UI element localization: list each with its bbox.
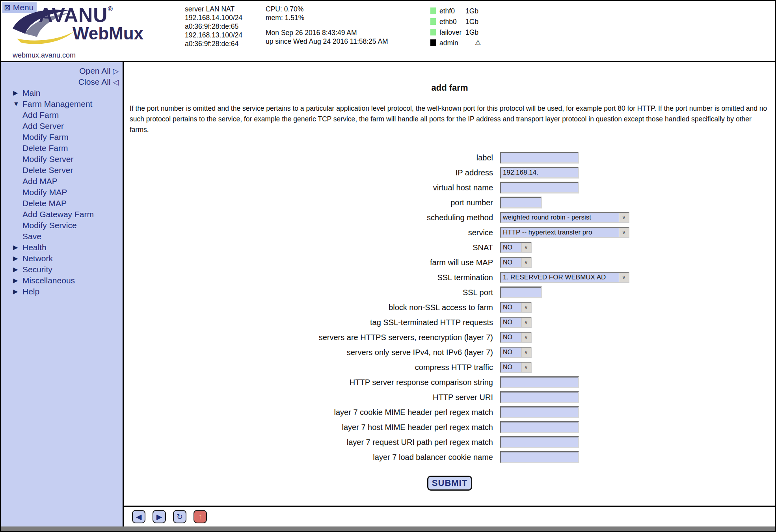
bottom-nav-strip: ◀▶↻↑ — [124, 507, 775, 526]
sidebar-item-delete-farm[interactable]: Delete Farm — [1, 143, 123, 154]
sidebar-item-network[interactable]: ▶Network — [1, 253, 123, 264]
field-label: SNAT — [124, 243, 500, 252]
field-label: servers only serve IPv4, not IPv6 (layer… — [124, 348, 500, 357]
registered-mark: ® — [108, 5, 113, 13]
layer-7-host-mime-header-perl-regex-match-input[interactable] — [500, 421, 579, 433]
main-panel: add farm If the port number is omitted a… — [124, 62, 775, 506]
select-value: NO — [501, 364, 521, 371]
sidebar-item-label: Modify Service — [22, 220, 77, 231]
service-select[interactable]: HTTP -- hypertext transfer pro∨ — [500, 227, 629, 238]
compress-http-traffic-select[interactable]: NO∨ — [500, 362, 532, 373]
chevron-down-icon: ∨ — [521, 333, 531, 342]
select-value: NO — [501, 244, 521, 251]
server-info-line: 192.168.14.100/24 — [185, 13, 242, 22]
cpu-usage: CPU: 0.70% — [266, 5, 388, 13]
submit-button[interactable]: SUBMIT — [427, 476, 472, 491]
collapsed-triangle-icon: ▶ — [13, 275, 22, 286]
block-non-ssl-access-to-farm-select[interactable]: NO∨ — [500, 302, 532, 313]
interface-status-swatch — [430, 7, 436, 14]
port-number-input[interactable] — [500, 197, 542, 208]
form-row-servers-are-https-servers-reencryption-layer-7: servers are HTTPS servers, reencryption … — [124, 330, 775, 345]
sidebar-item-label: Add Gateway Farm — [22, 209, 94, 220]
servers-are-https-servers-reencryption-layer-7-select[interactable]: NO∨ — [500, 332, 532, 343]
field-label: layer 7 cookie MIME header perl regex ma… — [124, 408, 500, 417]
layer-7-request-uri-path-perl-regex-match-input[interactable] — [500, 436, 579, 448]
chevron-down-icon: ∨ — [619, 213, 629, 222]
sidebar-item-add-farm[interactable]: Add Farm — [1, 110, 123, 121]
back-button[interactable]: ◀ — [132, 510, 145, 523]
field-label: layer 7 request URI path perl regex matc… — [124, 438, 500, 447]
http-server-uri-input[interactable] — [500, 391, 579, 403]
sidebar-item-farm-management[interactable]: ▼Farm Management — [1, 99, 123, 110]
open-all-button[interactable]: Open All ▷ — [1, 65, 123, 76]
sidebar-item-help[interactable]: ▶Help — [1, 286, 123, 297]
field-label: tag SSL-terminated HTTP requests — [124, 318, 500, 327]
server-info-line: 192.168.13.100/24 — [185, 31, 242, 39]
chevron-down-icon: ∨ — [619, 273, 629, 282]
sidebar-item-add-server[interactable]: Add Server — [1, 121, 123, 132]
up-button[interactable]: ↑ — [194, 510, 207, 523]
sidebar-menu: Open All ▷ Close All ◁ ▶Main▼Farm Manage… — [1, 62, 124, 526]
footer-strip — [1, 526, 775, 531]
collapsed-triangle-icon: ▶ — [13, 264, 22, 275]
sidebar-item-modify-server[interactable]: Modify Server — [1, 154, 123, 165]
page-title: add farm — [124, 83, 775, 93]
sidebar-item-health[interactable]: ▶Health — [1, 242, 123, 253]
collapsed-triangle-icon: ▶ — [13, 253, 22, 264]
sidebar-item-modify-map[interactable]: Modify MAP — [1, 187, 123, 198]
farm-will-use-map-select[interactable]: NO∨ — [500, 257, 532, 268]
close-all-button[interactable]: Close All ◁ — [1, 76, 123, 87]
sidebar-item-delete-server[interactable]: Delete Server — [1, 165, 123, 176]
sidebar-item-modify-farm[interactable]: Modify Farm — [1, 132, 123, 143]
interface-status-swatch — [430, 18, 436, 25]
sidebar-item-add-map[interactable]: Add MAP — [1, 176, 123, 187]
field-label: service — [124, 228, 500, 237]
layer-7-cookie-mime-header-perl-regex-match-input[interactable] — [500, 406, 579, 418]
mem-usage: mem: 1.51% — [266, 13, 388, 22]
form-row-tag-ssl-terminated-http-requests: tag SSL-terminated HTTP requestsNO∨ — [124, 315, 775, 330]
servers-only-serve-ipv4-not-ipv6-layer-7-select[interactable]: NO∨ — [500, 347, 532, 358]
select-value: weighted round robin - persist — [501, 214, 619, 221]
interface-status-swatch — [430, 29, 436, 35]
chevron-down-icon: ∨ — [521, 303, 531, 312]
select-value: NO — [501, 304, 521, 311]
form-row-http-server-response-comparison-string: HTTP server response comparison string — [124, 375, 775, 390]
interface-row: ethf01Gb — [430, 6, 481, 16]
ip-address-input[interactable] — [500, 167, 579, 179]
sidebar-item-main[interactable]: ▶Main — [1, 87, 123, 99]
virtual-host-name-input[interactable] — [500, 182, 579, 193]
chevron-down-icon: ∨ — [521, 243, 531, 252]
expanded-triangle-icon: ▼ — [13, 99, 22, 110]
tag-ssl-terminated-http-requests-select[interactable]: NO∨ — [500, 317, 532, 328]
sidebar-item-miscellaneous[interactable]: ▶Miscellaneous — [1, 275, 123, 286]
sidebar-item-save[interactable]: Save — [1, 231, 123, 242]
field-label: HTTP server response comparison string — [124, 378, 500, 387]
collapsed-triangle-icon: ▶ — [13, 242, 22, 253]
snat-select[interactable]: NO∨ — [500, 242, 532, 253]
layer-7-load-balancer-cookie-name-input[interactable] — [500, 451, 579, 463]
field-label: virtual host name — [124, 183, 500, 192]
open-all-icon: ▷ — [113, 67, 119, 75]
refresh-button[interactable]: ↻ — [173, 510, 186, 523]
sidebar-item-label: Modify MAP — [22, 187, 67, 198]
ssl-termination-select[interactable]: 1. RESERVED FOR WEBMUX AD∨ — [500, 272, 629, 283]
sidebar-item-security[interactable]: ▶Security — [1, 264, 123, 275]
interface-name: ethb0 — [439, 17, 465, 26]
collapsed-triangle-icon: ▶ — [13, 286, 22, 297]
field-label: port number — [124, 198, 500, 207]
interface-name: admin — [439, 39, 465, 47]
sidebar-item-add-gateway-farm[interactable]: Add Gateway Farm — [1, 209, 123, 220]
open-all-label: Open All — [79, 66, 110, 75]
scheduling-method-select[interactable]: weighted round robin - persist∨ — [500, 212, 629, 223]
sidebar-item-delete-map[interactable]: Delete MAP — [1, 198, 123, 209]
forward-button[interactable]: ▶ — [153, 510, 166, 523]
chevron-down-icon: ∨ — [521, 363, 531, 372]
ssl-port-input[interactable] — [500, 286, 542, 298]
sidebar-item-modify-service[interactable]: Modify Service — [1, 220, 123, 231]
http-server-response-comparison-string-input[interactable] — [500, 376, 579, 388]
sidebar-item-label: Delete MAP — [22, 198, 67, 209]
form-row-http-server-uri: HTTP server URI — [124, 390, 775, 405]
label-input[interactable] — [500, 152, 579, 164]
menu-icon: ⊠ — [4, 4, 11, 11]
field-label: servers are HTTPS servers, reencryption … — [124, 333, 500, 342]
